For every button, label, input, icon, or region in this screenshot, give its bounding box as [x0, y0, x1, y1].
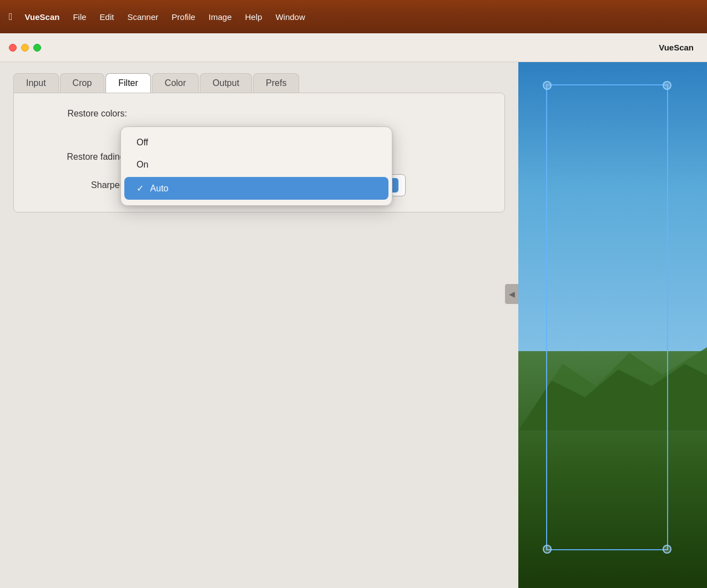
window-controls — [9, 44, 41, 52]
restore-colors-label: Restore colors: — [27, 109, 127, 119]
tab-color[interactable]: Color — [152, 73, 199, 93]
crop-handle-top-left[interactable] — [543, 81, 552, 90]
preview-image — [518, 62, 707, 588]
maximize-button[interactable] — [33, 44, 41, 52]
tab-input[interactable]: Input — [13, 73, 59, 93]
preview-panel — [518, 62, 707, 588]
dropdown-option-off[interactable]: Off — [121, 131, 392, 154]
tab-crop[interactable]: Crop — [60, 73, 105, 93]
tab-filter[interactable]: Filter — [105, 73, 151, 93]
restore-colors-row: Restore colors: Off On ✓ Auto — [14, 109, 504, 119]
menu-item-image[interactable]: Image — [203, 10, 238, 24]
restore-fading-label: Restore fading: — [27, 152, 127, 162]
menu-app-name[interactable]: VueScan — [19, 10, 65, 24]
minimize-button[interactable] — [21, 44, 29, 52]
menubar:  VueScan File Edit Scanner Profile Imag… — [0, 0, 707, 33]
sharpen-label: Sharpen: — [27, 180, 127, 190]
apple-menu-icon[interactable]:  — [9, 11, 13, 23]
menu-item-scanner[interactable]: Scanner — [122, 10, 164, 24]
crop-handle-bottom-right[interactable] — [663, 545, 671, 554]
checkmark-icon: ✓ — [137, 184, 144, 193]
crop-handle-bottom-left[interactable] — [543, 545, 552, 554]
menu-item-profile[interactable]: Profile — [166, 10, 201, 24]
close-button[interactable] — [9, 44, 17, 52]
collapse-panel-button[interactable]: ◀ — [505, 284, 518, 304]
filter-content-panel: Restore colors: Off On ✓ Auto — [13, 93, 505, 212]
menu-item-file[interactable]: File — [67, 10, 92, 24]
tab-prefs[interactable]: Prefs — [253, 73, 299, 93]
dropdown-option-auto[interactable]: ✓ Auto — [124, 177, 388, 200]
window-title: VueScan — [659, 43, 694, 52]
restore-colors-dropdown[interactable]: Off On ✓ Auto — [120, 126, 392, 206]
dropdown-option-on[interactable]: On — [121, 154, 392, 176]
left-panel: Input Crop Filter Color Output Prefs Res… — [0, 62, 518, 588]
menu-item-help[interactable]: Help — [240, 10, 268, 24]
menu-item-window[interactable]: Window — [270, 10, 310, 24]
main-content: Input Crop Filter Color Output Prefs Res… — [0, 62, 707, 588]
tab-output[interactable]: Output — [200, 73, 252, 93]
tabs-bar: Input Crop Filter Color Output Prefs — [13, 73, 505, 93]
crop-overlay — [546, 84, 668, 550]
crop-handle-top-right[interactable] — [663, 81, 671, 90]
collapse-arrow-icon: ◀ — [509, 290, 515, 298]
titlebar: VueScan — [0, 33, 707, 62]
menu-item-edit[interactable]: Edit — [94, 10, 120, 24]
